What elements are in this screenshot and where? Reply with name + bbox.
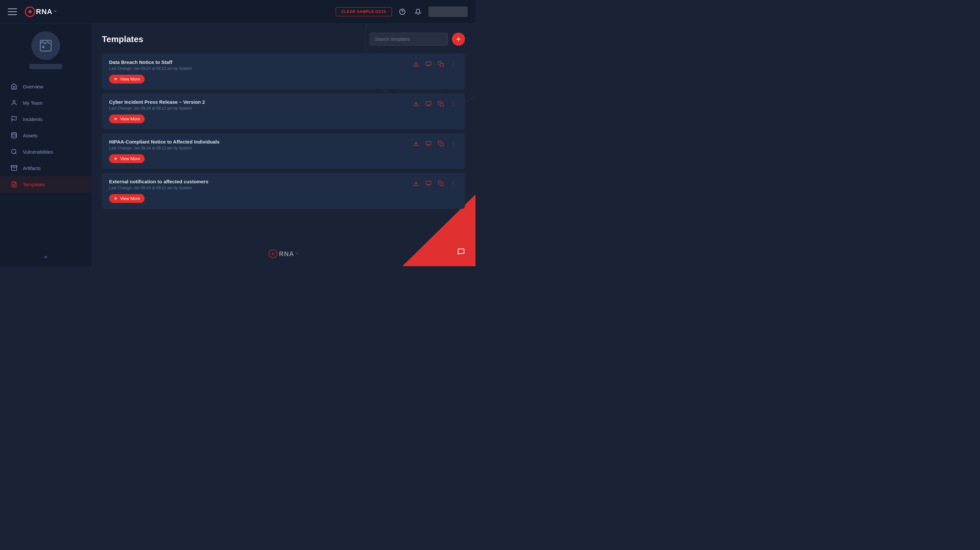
template-info: External notification to affected custom… [109, 179, 208, 190]
more-options-icon[interactable] [449, 139, 458, 148]
svg-rect-21 [426, 101, 431, 105]
svg-point-31 [453, 141, 453, 142]
download-icon[interactable] [412, 139, 421, 148]
avatar [31, 31, 60, 60]
svg-point-40 [453, 185, 453, 185]
svg-point-32 [453, 143, 453, 144]
template-info: HIPAA-Compliant Notice to Affected Indiv… [109, 139, 220, 151]
team-icon [10, 99, 18, 106]
template-name: HIPAA-Compliant Notice to Affected Indiv… [109, 139, 220, 144]
home-icon [10, 83, 18, 90]
sidebar-item-label: Incidents [23, 116, 43, 122]
sidebar-item-label: Assets [23, 133, 38, 138]
svg-point-25 [453, 103, 453, 104]
chat-button[interactable] [453, 244, 469, 260]
more-options-icon[interactable] [449, 179, 458, 188]
header-actions: CLEAR SAMPLE DATA [336, 6, 468, 17]
sidebar-item-label: Vulnerabilities [23, 149, 53, 155]
copy-icon[interactable] [436, 59, 445, 68]
view-more-button[interactable]: ▼ View More [109, 154, 145, 163]
svg-point-3 [42, 46, 45, 48]
template-card: HIPAA-Compliant Notice to Affected Indiv… [102, 133, 465, 169]
template-meta: Last Change: Jan 09,24 at 09:12 am by Sy… [109, 185, 208, 190]
incidents-icon [10, 116, 18, 123]
help-button[interactable] [397, 6, 407, 17]
download-icon[interactable] [412, 99, 421, 108]
svg-rect-23 [440, 103, 444, 106]
copy-icon[interactable] [436, 179, 445, 188]
chevron-down-icon: ▼ [114, 77, 118, 82]
logo-tm: ™ [54, 10, 56, 13]
template-card-header: HIPAA-Compliant Notice to Affected Indiv… [109, 139, 458, 151]
svg-point-33 [453, 145, 453, 146]
sidebar-item-vulnerabilities[interactable]: Vulnerabilities [0, 144, 91, 160]
svg-line-8 [15, 153, 17, 154]
template-info: Data Breach Notice to Staff Last Change:… [109, 59, 192, 71]
main-content: Templates + Data Breach Notice to Staff … [91, 24, 476, 266]
page-header: Templates + [102, 33, 465, 46]
svg-rect-28 [426, 141, 431, 145]
share-icon[interactable] [424, 139, 433, 148]
page-header-right: + [370, 33, 465, 46]
copy-icon[interactable] [436, 139, 445, 148]
view-more-label: View More [120, 156, 140, 161]
more-options-icon[interactable] [449, 99, 458, 108]
view-more-button[interactable]: ▼ View More [109, 75, 145, 84]
sidebar-item-assets[interactable]: Assets [0, 127, 91, 144]
share-icon[interactable] [424, 99, 433, 108]
copy-icon[interactable] [436, 99, 445, 108]
logo-icon [25, 6, 35, 17]
search-templates-input[interactable] [370, 33, 448, 46]
sidebar-item-overview[interactable]: Overview [0, 78, 91, 95]
menu-button[interactable] [8, 8, 17, 15]
svg-point-18 [453, 63, 453, 64]
sidebar-item-label: My Team [23, 100, 43, 106]
sidebar-item-my-team[interactable]: My Team [0, 95, 91, 111]
template-actions [412, 179, 458, 188]
template-meta: Last Change: Jan 09,24 at 09:12 am by Sy… [109, 66, 192, 71]
template-actions [412, 139, 458, 148]
view-more-label: View More [120, 196, 140, 201]
template-meta: Last Change: Jan 09,24 at 09:12 am by Sy… [109, 106, 205, 111]
sidebar-item-label: Templates [23, 182, 45, 187]
sidebar-item-templates[interactable]: Templates [0, 176, 91, 192]
sidebar-item-incidents[interactable]: Incidents [0, 111, 91, 127]
sidebar-username [29, 64, 62, 69]
logo-text: RNA [36, 8, 52, 16]
svg-rect-9 [11, 166, 17, 167]
svg-point-26 [453, 105, 453, 106]
share-icon[interactable] [424, 179, 433, 188]
clear-sample-button[interactable]: CLEAR SAMPLE DATA [336, 7, 392, 16]
template-meta: Last Change: Jan 09,24 at 09:12 am by Sy… [109, 146, 220, 151]
svg-point-4 [13, 100, 15, 103]
view-more-label: View More [120, 116, 140, 121]
notifications-button[interactable] [413, 6, 423, 17]
more-options-icon[interactable] [449, 59, 458, 68]
template-card-header: External notification to affected custom… [109, 179, 458, 190]
view-more-button[interactable]: ▼ View More [109, 114, 145, 123]
svg-point-39 [453, 183, 453, 184]
artifacts-icon [10, 165, 18, 171]
sidebar: Overview My Team Incidents [0, 24, 91, 266]
svg-point-7 [12, 149, 16, 154]
svg-rect-16 [440, 63, 444, 67]
svg-point-17 [453, 62, 453, 63]
template-name: Cyber Incident Press Release – Version 2 [109, 99, 205, 105]
svg-point-24 [453, 102, 453, 102]
sidebar-item-label: Overview [23, 84, 43, 89]
add-template-button[interactable]: + [452, 33, 465, 46]
share-icon[interactable] [424, 59, 433, 68]
download-icon[interactable] [412, 59, 421, 68]
template-card-header: Cyber Incident Press Release – Version 2… [109, 99, 458, 111]
template-card-header: Data Breach Notice to Staff Last Change:… [109, 59, 458, 71]
user-menu[interactable] [428, 6, 468, 17]
chevron-down-icon: ▼ [114, 157, 118, 161]
view-more-label: View More [120, 77, 140, 82]
assets-icon [10, 132, 18, 139]
view-more-button[interactable]: ▼ View More [109, 194, 145, 203]
template-card: External notification to affected custom… [102, 173, 465, 209]
sidebar-item-artifacts[interactable]: Artifacts [0, 160, 91, 176]
download-icon[interactable] [412, 179, 421, 188]
page-title: Templates [102, 34, 143, 44]
template-name: Data Breach Notice to Staff [109, 59, 192, 65]
